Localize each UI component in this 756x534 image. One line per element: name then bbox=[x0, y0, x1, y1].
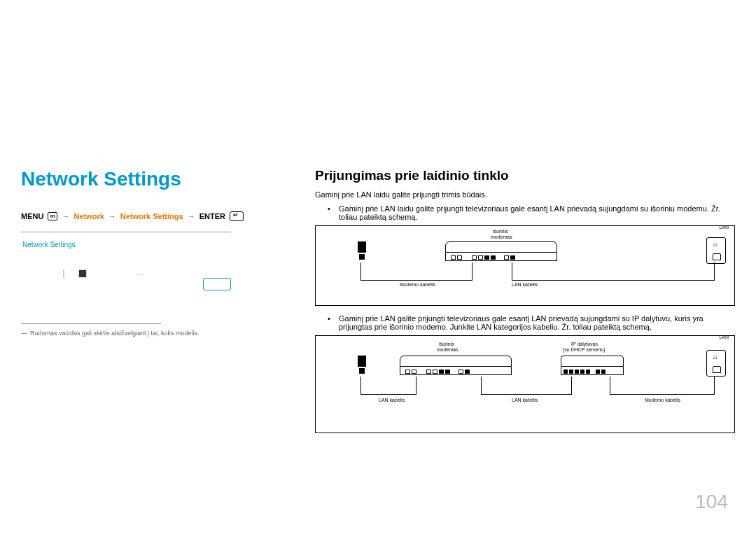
cable bbox=[512, 262, 715, 281]
arrow-icon: → bbox=[108, 212, 116, 220]
breadcrumb-settings: Network Settings bbox=[120, 212, 183, 220]
cable bbox=[610, 377, 715, 395]
lan-port-icon bbox=[358, 356, 366, 367]
modem-label: išorinis bbox=[493, 229, 508, 234]
connection-diagram-1: LAN išorinis modemas Modemo kabelis LAN … bbox=[315, 225, 735, 306]
breadcrumb-network: Network bbox=[74, 212, 104, 220]
start-button bbox=[203, 278, 231, 290]
cable-label: LAN kabelis bbox=[512, 282, 538, 287]
cable-label: LAN kabelis bbox=[512, 398, 538, 402]
section-title: Network Settings bbox=[21, 168, 287, 190]
separator bbox=[21, 323, 161, 324]
router-icon bbox=[561, 356, 624, 375]
breadcrumb-enter: ENTER bbox=[200, 212, 225, 220]
enter-icon bbox=[230, 211, 244, 221]
menu-row: — bbox=[21, 269, 231, 278]
subheading: Prijungimas prie laidinio tinklo bbox=[315, 168, 735, 183]
router-label: IP dalytuvas bbox=[571, 342, 598, 346]
cable bbox=[360, 377, 416, 395]
modem-icon bbox=[445, 241, 557, 261]
arrow-icon: → bbox=[188, 212, 195, 220]
modem-label: modemas bbox=[437, 347, 458, 352]
menu-screenshot-title: Network Settings bbox=[21, 238, 231, 269]
cable-label: Modemo kabelis bbox=[400, 282, 435, 287]
modem-label: išorinis bbox=[439, 342, 454, 346]
router-label: (su DHCP serveriu) bbox=[563, 347, 606, 352]
menu-screenshot: Network Settings — bbox=[21, 232, 231, 306]
lan-label: LAN bbox=[719, 335, 729, 339]
modem-icon bbox=[400, 356, 512, 375]
breadcrumb: MENU m → Network → Network Settings → EN… bbox=[21, 211, 287, 221]
cable-label: LAN kabelis bbox=[379, 398, 405, 402]
wall-jack-icon bbox=[706, 350, 726, 377]
arrow-icon: → bbox=[62, 212, 69, 220]
intro-text: Gaminį prie LAN laidu galite prijungti t… bbox=[315, 190, 735, 199]
cable-label: Modemo kabelis bbox=[645, 398, 680, 402]
bullet-item-2: • Gaminį prie LAN galite prijungti telev… bbox=[315, 314, 735, 331]
lan-plug-icon bbox=[359, 254, 365, 260]
modem-label: modemas bbox=[491, 234, 512, 239]
footnote: ―Rodomas vaizdas gali skirtis atsižvelgi… bbox=[21, 330, 287, 337]
menu-icon: m bbox=[48, 212, 57, 220]
breadcrumb-menu: MENU bbox=[21, 212, 43, 220]
lan-port-icon bbox=[358, 241, 366, 253]
cable bbox=[481, 377, 572, 395]
lan-label: LAN bbox=[719, 225, 729, 230]
bullet-item-1: • Gaminį prie LAN laidu galite prijungti… bbox=[315, 204, 735, 221]
cable bbox=[360, 262, 472, 281]
page-number: 104 bbox=[695, 491, 728, 513]
connection-diagram-2: LAN išorinis modemas IP dalytuvas (su DH… bbox=[315, 335, 735, 433]
wall-jack-icon bbox=[706, 237, 726, 264]
lan-plug-icon bbox=[359, 368, 365, 374]
